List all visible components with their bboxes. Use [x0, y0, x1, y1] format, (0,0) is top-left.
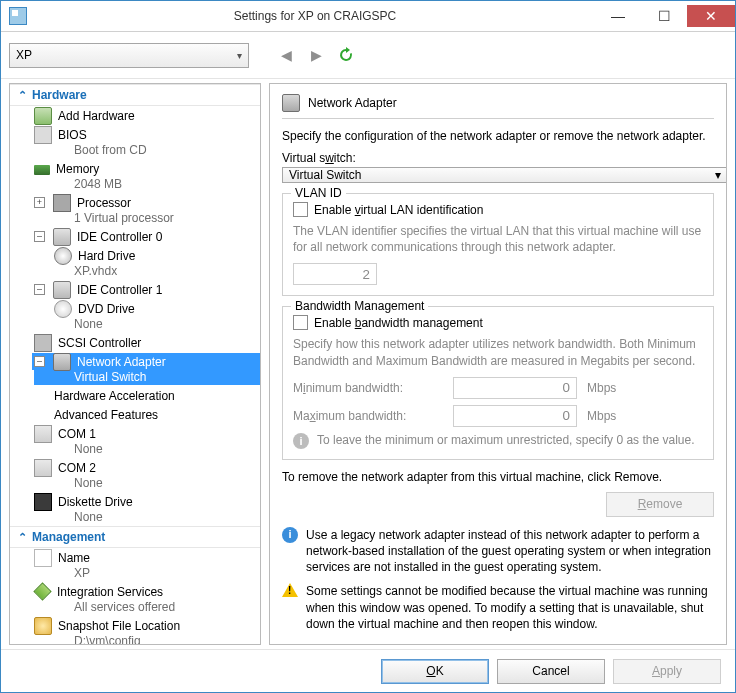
- min-bw-input: [453, 377, 577, 399]
- toolbar: XP ▾ ◀ ▶: [1, 32, 735, 79]
- node-com1[interactable]: COM 1None: [10, 424, 260, 458]
- vm-selector-value: XP: [16, 48, 32, 62]
- app-icon: [9, 7, 27, 25]
- collapse-icon[interactable]: –: [34, 356, 45, 367]
- remove-button: Remove: [606, 492, 714, 517]
- window-buttons: — ☐ ✕: [595, 5, 735, 27]
- node-integration[interactable]: Integration ServicesAll services offered: [10, 582, 260, 616]
- node-memory[interactable]: Memory2048 MB: [10, 159, 260, 193]
- vlan-checkbox-label: Enable virtual LAN identification: [314, 203, 483, 217]
- name-icon: [34, 549, 52, 567]
- category-hardware[interactable]: ⌃Hardware: [10, 84, 260, 106]
- node-name[interactable]: NameXP: [10, 548, 260, 582]
- close-button[interactable]: ✕: [687, 5, 735, 27]
- serial-port-icon: [34, 425, 52, 443]
- max-bw-input: [453, 405, 577, 427]
- node-adv-features[interactable]: Advanced Features: [10, 405, 260, 424]
- section-description: Specify the configuration of the network…: [282, 129, 714, 143]
- scsi-icon: [34, 334, 52, 352]
- add-hardware-icon: [34, 107, 52, 125]
- dvd-icon: [54, 300, 72, 318]
- min-bw-label: Minimum bandwidth:: [293, 381, 443, 395]
- snapshot-icon: [34, 617, 52, 635]
- collapse-icon: ⌃: [18, 91, 27, 100]
- remove-text: To remove the network adapter from this …: [282, 470, 714, 484]
- node-hw-accel[interactable]: Hardware Acceleration: [10, 386, 260, 405]
- unit-label: Mbps: [587, 381, 616, 395]
- section-title-text: Network Adapter: [308, 96, 397, 110]
- cancel-button[interactable]: Cancel: [497, 659, 605, 684]
- refresh-button[interactable]: [335, 44, 357, 66]
- warning-icon: [282, 583, 298, 597]
- chevron-down-icon: ▾: [715, 168, 721, 182]
- serial-port-icon: [34, 459, 52, 477]
- memory-icon: [34, 165, 50, 175]
- chevron-down-icon: ▾: [237, 50, 242, 61]
- node-snapshot-location[interactable]: Snapshot File LocationD:\vm\config: [10, 616, 260, 645]
- nav-forward-button[interactable]: ▶: [305, 44, 327, 66]
- info-icon: i: [293, 433, 309, 449]
- node-diskette[interactable]: Diskette DriveNone: [10, 492, 260, 526]
- controller-icon: [53, 228, 71, 246]
- processor-icon: [53, 194, 71, 212]
- node-processor[interactable]: +Processor1 Virtual processor: [10, 193, 260, 227]
- minimize-button[interactable]: —: [595, 5, 641, 27]
- bandwidth-group: Bandwidth Management Enable bandwidth ma…: [282, 306, 714, 459]
- remove-row: Remove: [282, 492, 714, 517]
- node-com2[interactable]: COM 2None: [10, 458, 260, 492]
- warning-message: Some settings cannot be modified because…: [282, 583, 714, 632]
- checkbox-icon: [293, 202, 308, 217]
- maximize-button[interactable]: ☐: [641, 5, 687, 27]
- apply-button: Apply: [613, 659, 721, 684]
- checkbox-icon: [293, 315, 308, 330]
- ok-button[interactable]: OK: [381, 659, 489, 684]
- window-title: Settings for XP on CRAIGSPC: [35, 9, 595, 23]
- node-network-adapter[interactable]: –Network AdapterVirtual Switch: [10, 352, 260, 386]
- vm-selector[interactable]: XP ▾: [9, 43, 249, 68]
- refresh-icon: [338, 47, 354, 63]
- integration-icon: [33, 582, 51, 600]
- unit-label: Mbps: [587, 409, 616, 423]
- category-management[interactable]: ⌃Management: [10, 526, 260, 548]
- section-header: Network Adapter: [282, 94, 714, 119]
- nav-back-button[interactable]: ◀: [275, 44, 297, 66]
- info-icon: i: [282, 527, 298, 543]
- bw-checkbox-label: Enable bandwidth management: [314, 316, 483, 330]
- expand-icon[interactable]: +: [34, 197, 45, 208]
- titlebar: Settings for XP on CRAIGSPC — ☐ ✕: [1, 1, 735, 32]
- node-ide0[interactable]: –IDE Controller 0: [10, 227, 260, 246]
- settings-tree[interactable]: ⌃Hardware Add Hardware BIOSBoot from CD …: [9, 83, 261, 645]
- node-ide1[interactable]: –IDE Controller 1: [10, 280, 260, 299]
- vlan-hint: The VLAN identifier specifies the virtua…: [293, 223, 703, 255]
- hard-drive-icon: [54, 247, 72, 265]
- bw-checkbox[interactable]: Enable bandwidth management: [293, 315, 703, 330]
- info-message: i Use a legacy network adapter instead o…: [282, 527, 714, 576]
- max-bw-row: Maximum bandwidth: Mbps: [293, 405, 703, 427]
- dialog-footer: OK Cancel Apply: [1, 649, 735, 692]
- node-bios[interactable]: BIOSBoot from CD: [10, 125, 260, 159]
- vlan-legend: VLAN ID: [291, 186, 346, 200]
- vlan-id-input: [293, 263, 377, 285]
- body: ⌃Hardware Add Hardware BIOSBoot from CD …: [1, 79, 735, 649]
- node-dvd-drive[interactable]: DVD DriveNone: [10, 299, 260, 333]
- node-add-hardware[interactable]: Add Hardware: [10, 106, 260, 125]
- node-scsi[interactable]: SCSI Controller: [10, 333, 260, 352]
- vlan-checkbox[interactable]: Enable virtual LAN identification: [293, 202, 703, 217]
- vswitch-label: Virtual switch:: [282, 151, 714, 165]
- settings-window: Settings for XP on CRAIGSPC — ☐ ✕ XP ▾ ◀…: [0, 0, 736, 693]
- max-bw-label: Maximum bandwidth:: [293, 409, 443, 423]
- network-icon: [282, 94, 300, 112]
- vswitch-value: Virtual Switch: [289, 168, 361, 182]
- network-icon: [53, 353, 71, 371]
- node-hard-drive[interactable]: Hard DriveXP.vhdx: [10, 246, 260, 280]
- detail-pane: Network Adapter Specify the configuratio…: [269, 83, 727, 645]
- collapse-icon[interactable]: –: [34, 284, 45, 295]
- vswitch-combo[interactable]: Virtual Switch ▾: [282, 167, 727, 183]
- bw-hint: Specify how this network adapter utilize…: [293, 336, 703, 368]
- collapse-icon: ⌃: [18, 533, 27, 542]
- bw-tip: i To leave the minimum or maximum unrest…: [293, 433, 703, 449]
- collapse-icon[interactable]: –: [34, 231, 45, 242]
- vlan-group: VLAN ID Enable virtual LAN identificatio…: [282, 193, 714, 296]
- bw-legend: Bandwidth Management: [291, 299, 428, 313]
- controller-icon: [53, 281, 71, 299]
